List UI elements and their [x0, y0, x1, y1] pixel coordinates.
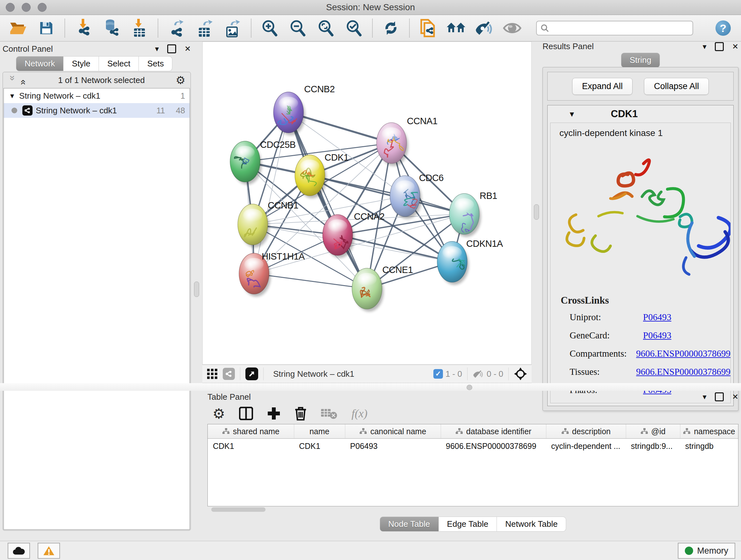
table-cell[interactable]: stringdb [680, 439, 738, 454]
column-header--id[interactable]: @id [626, 424, 680, 439]
table-tab-node-table[interactable]: Node Table [380, 516, 439, 532]
edge-HIST1H1A-CCNE1[interactable] [254, 273, 367, 289]
save-session-icon[interactable] [37, 18, 56, 38]
import-network-icon[interactable] [73, 18, 93, 38]
open-session-icon[interactable] [8, 18, 28, 38]
show-hide-view-icon[interactable] [502, 18, 522, 38]
help-icon[interactable]: ? [716, 20, 731, 36]
node-CCNE1[interactable]: CCNE1 [352, 265, 413, 312]
table-cell[interactable]: 9606.ENSP00000378699 [441, 439, 546, 454]
column-header-canonical-name[interactable]: canonical name [345, 424, 441, 439]
gene-expand-icon[interactable]: ▾ [570, 110, 574, 118]
node-CDKN1A[interactable]: CDKN1A [437, 239, 503, 285]
crosslink-link[interactable]: P06493 [643, 330, 671, 341]
panel-float-icon[interactable] [715, 392, 724, 401]
toolbar-search-input[interactable] [551, 23, 689, 33]
cloud-status-button[interactable] [8, 543, 30, 559]
tab-sets[interactable]: Sets [139, 56, 172, 71]
table-cell[interactable]: P06493 [345, 439, 441, 454]
node-CCNB2[interactable]: CCNB2 [273, 84, 335, 135]
column-header-shared-name[interactable]: shared name [208, 424, 294, 439]
edge-CCNA2-CDKN1A[interactable] [338, 235, 452, 262]
collapse-all-button[interactable]: Collapse All [644, 78, 709, 95]
zoom-out-icon[interactable] [288, 18, 308, 38]
panel-close-icon[interactable]: ✕ [732, 42, 738, 51]
delete-table-icon[interactable] [321, 408, 337, 419]
apply-layout-icon[interactable] [381, 18, 401, 38]
collapse-all-icon[interactable]: » [7, 75, 18, 85]
show-columns-icon[interactable] [239, 407, 253, 420]
network-from-selection-icon[interactable] [418, 18, 438, 38]
add-column-icon[interactable] [267, 407, 280, 420]
export-network-icon[interactable] [166, 18, 186, 38]
node-CCNA2[interactable]: CCNA2 [323, 211, 385, 258]
zoom-selected-icon[interactable] [344, 18, 364, 38]
node-CDC6[interactable]: CDC6 [390, 173, 444, 219]
table-hscrollbar[interactable] [207, 506, 738, 513]
crosslink-link[interactable]: 9606.ENSP00000378699 [636, 367, 731, 377]
delete-column-icon[interactable] [294, 407, 307, 421]
panel-menu-icon[interactable]: ▾ [703, 392, 706, 401]
expand-all-button[interactable]: Expand All [572, 78, 633, 95]
export-table-icon[interactable] [195, 18, 214, 38]
table-row[interactable]: CDK1CDK1P064939606.ENSP00000378699cyclin… [208, 439, 738, 454]
table-cell[interactable]: stringdb:9... [626, 439, 680, 454]
tab-style[interactable]: Style [64, 56, 99, 71]
network-canvas[interactable]: CCNB2CCNA1CDC25BCDK1CDC6RB1CCNB1CCNA2CDK… [202, 42, 532, 365]
table-cell[interactable]: cyclin-dependent ... [546, 439, 626, 454]
panel-close-icon[interactable]: ✕ [732, 392, 738, 401]
crosslink-link[interactable]: P06493 [643, 312, 671, 322]
birdseye-navigator-icon[interactable] [514, 367, 527, 381]
toolbar-separator [372, 19, 373, 37]
function-builder-icon[interactable]: f(x) [351, 407, 367, 420]
table-panel-title: Table Panel [207, 392, 251, 402]
horizontal-splitter[interactable] [0, 383, 741, 391]
tree-expand-icon[interactable]: ▾ [10, 91, 14, 100]
panel-float-icon[interactable] [167, 44, 176, 53]
panel-float-icon[interactable] [715, 42, 724, 51]
panel-menu-icon[interactable]: ▾ [703, 42, 706, 51]
edge-CCNB2-HIST1H1A[interactable] [254, 112, 288, 273]
node-CDC25B[interactable]: CDC25B [230, 139, 295, 185]
network-collection-row[interactable]: ▾ String Network – cdk1 1 [4, 88, 190, 103]
left-splitter-handle[interactable] [194, 282, 199, 297]
node-RB1[interactable]: RB1 [449, 191, 497, 237]
node-HIST1H1A[interactable]: HIST1H1A [239, 251, 305, 297]
export-image-icon[interactable] [223, 18, 243, 38]
detach-view-icon[interactable] [246, 368, 258, 380]
column-header-namespace[interactable]: namespace [680, 424, 738, 439]
column-header-database-identifier[interactable]: database identifier [441, 424, 546, 439]
network-row[interactable]: String Network – cdk1 11 48 [4, 103, 190, 118]
column-header-name[interactable]: name [294, 424, 345, 439]
splitter-handle-dot[interactable] [467, 385, 472, 390]
selected-checkbox-icon[interactable]: ✓ [433, 369, 443, 379]
first-neighbors-icon[interactable] [446, 18, 466, 38]
table-tab-edge-table[interactable]: Edge Table [439, 516, 497, 532]
tab-select[interactable]: Select [99, 56, 139, 71]
right-splitter-handle[interactable] [534, 204, 539, 220]
tab-network[interactable]: Network [16, 56, 64, 71]
table-options-gear-icon[interactable]: ⚙ [212, 406, 225, 422]
memory-button[interactable]: Memory [678, 543, 735, 559]
warning-status-button[interactable] [38, 543, 60, 559]
crosslink-link[interactable]: 9606.ENSP00000378699 [636, 348, 731, 359]
grid-view-icon[interactable] [207, 368, 218, 379]
edge-CCNB2-CCNE1[interactable] [288, 112, 367, 289]
panel-close-icon[interactable]: ✕ [185, 44, 191, 53]
graphics-details-icon[interactable] [474, 18, 494, 38]
zoom-fit-icon[interactable] [316, 18, 336, 38]
panel-menu-icon[interactable]: ▾ [155, 44, 159, 53]
scrollbar-thumb[interactable] [211, 507, 266, 512]
import-table-icon[interactable] [130, 18, 149, 38]
network-options-gear-icon[interactable]: ⚙ [176, 74, 185, 86]
node-table[interactable]: shared namenamecanonical namedatabase id… [207, 424, 738, 506]
table-cell[interactable]: CDK1 [208, 439, 294, 454]
column-header-description[interactable]: description [546, 424, 626, 439]
table-cell[interactable]: CDK1 [294, 439, 345, 454]
import-network-database-icon[interactable] [102, 18, 121, 38]
zoom-in-icon[interactable] [260, 18, 280, 38]
tab-string[interactable]: String [621, 53, 660, 68]
table-tab-network-table[interactable]: Network Table [497, 516, 566, 532]
network-overview-icon[interactable] [223, 368, 235, 380]
expand-all-icon[interactable]: » [17, 75, 28, 85]
